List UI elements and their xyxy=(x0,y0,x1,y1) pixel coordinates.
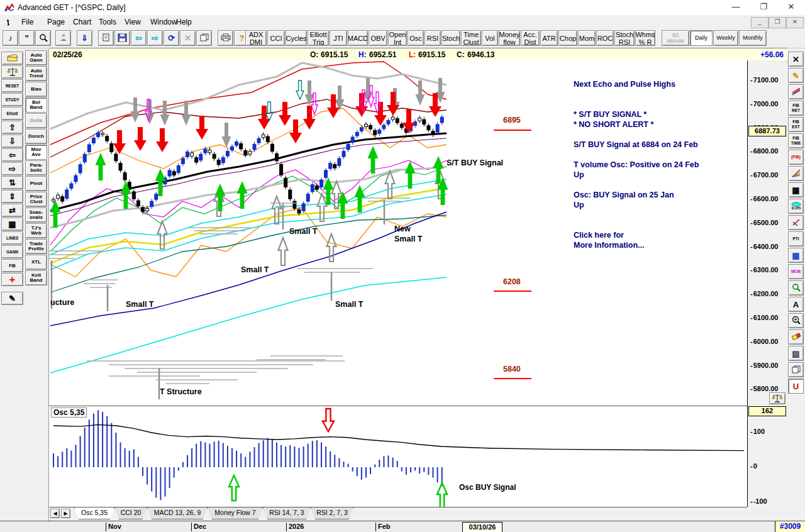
reset-button[interactable]: RESET xyxy=(1,79,23,92)
scroll-left-button[interactable]: ⇦ xyxy=(1,148,23,162)
indicator-stoch[interactable]: Stoch xyxy=(441,30,460,46)
study-button[interactable]: STUDY xyxy=(1,93,23,106)
fib-circle-button[interactable]: (FIB) xyxy=(788,150,804,165)
menu-tools[interactable]: Tools xyxy=(96,17,119,27)
child-minimize-button[interactable]: _ xyxy=(751,17,769,28)
indicator-whms-r[interactable]: Whms % R xyxy=(635,30,655,46)
indicator-cci[interactable]: CCI xyxy=(267,30,285,46)
child-restore-button[interactable]: ❐ xyxy=(769,17,786,28)
delete-drawing-button[interactable]: ✕ xyxy=(788,52,804,67)
more-information-link[interactable]: Click here for xyxy=(574,231,624,240)
study-bol-band[interactable]: Bol Band xyxy=(25,97,47,113)
axis-scales-button[interactable] xyxy=(769,392,786,404)
grid-tool-button[interactable]: ▦ xyxy=(788,182,804,197)
delete-page-icon[interactable]: ✕ xyxy=(180,30,196,46)
tab-scroll-left-button[interactable]: ◀ xyxy=(50,509,60,518)
pti-button[interactable]: PTI xyxy=(788,231,804,247)
indicator-time-clust[interactable]: Time Clust xyxy=(461,30,481,46)
tab-osc-5-35[interactable]: Osc 5,35 xyxy=(74,507,114,519)
study-trade-profile[interactable]: Trade Profile xyxy=(25,239,47,254)
text-tool-button[interactable]: A xyxy=(788,297,804,312)
indicator-rsi[interactable]: RSI xyxy=(425,30,441,46)
tab-macd-13-26-9[interactable]: MACD 13, 26, 9 xyxy=(147,507,208,519)
new-page-icon[interactable] xyxy=(98,30,114,46)
fib-button[interactable]: FIB xyxy=(1,259,23,272)
indicator-stoch-rsi[interactable]: Stoch RSI xyxy=(614,30,635,46)
gann-button[interactable]: GANN xyxy=(1,245,23,258)
expand-bars-button[interactable]: ⇕ xyxy=(1,190,23,203)
study-mov-ave[interactable]: Mov Ave xyxy=(25,145,47,160)
tab-rsi-2-7-3[interactable]: RSI 2, 7, 3 xyxy=(311,507,353,519)
elliott-button[interactable]: Elliott xyxy=(1,107,23,120)
scroll-down-button[interactable]: ⇩ xyxy=(1,135,23,148)
menu-file[interactable]: File xyxy=(19,17,36,27)
fib-extension-button[interactable]: FIB EXT xyxy=(788,117,804,132)
indicator-atr[interactable]: ATR xyxy=(540,30,558,46)
lines-button[interactable]: LINES xyxy=(1,231,23,245)
indicator-osc[interactable]: Osc xyxy=(408,30,424,46)
indicator-mom[interactable]: Mom xyxy=(578,30,596,46)
open-chart-button[interactable] xyxy=(1,52,23,65)
child-close-button[interactable]: ✕ xyxy=(786,17,804,28)
copy-page-icon[interactable] xyxy=(196,30,212,46)
timeframe-daily[interactable]: Daily xyxy=(690,30,713,46)
save-page-icon[interactable] xyxy=(114,30,130,46)
oscillator-panel[interactable]: Osc 5,35 Osc BUY Signal xyxy=(49,406,747,507)
price-chart[interactable]: Small TNewSmall TSmall TSmall TSmall TT … xyxy=(49,60,747,406)
restore-button[interactable]: ❐ xyxy=(750,0,777,15)
mob-button[interactable]: MOB xyxy=(788,264,804,279)
scroll-right-button[interactable]: ⇨ xyxy=(1,162,23,175)
study-tj-s-web[interactable]: TJ's Web xyxy=(25,223,47,238)
study-seas-onals[interactable]: Seas- onals xyxy=(25,208,47,223)
chart-window-icon[interactable]: ♪ xyxy=(3,30,18,46)
more-information-link[interactable]: More Information... xyxy=(574,241,645,250)
scroll-up-button[interactable]: ⇧ xyxy=(1,121,23,134)
price-axis[interactable]: 7100.007000.006900.006800.006700.006600.… xyxy=(747,60,787,406)
study-donch[interactable]: Donch xyxy=(25,129,47,144)
blue-grid-button[interactable]: ▦ xyxy=(788,248,804,263)
sort-descending-icon[interactable]: ⇓ xyxy=(77,30,92,46)
indicator-macd[interactable]: MACD xyxy=(348,30,368,46)
study-bias[interactable]: Bias xyxy=(25,82,47,97)
menu-help[interactable]: Help xyxy=(174,17,194,27)
study-auto-gann[interactable]: Auto Gann xyxy=(25,50,47,65)
align-bars-button[interactable]: ⇄ xyxy=(1,204,23,217)
contact-icon[interactable] xyxy=(55,30,71,46)
fib-time-button[interactable]: FIB TIME xyxy=(788,133,804,148)
copy-pages-button[interactable] xyxy=(788,362,804,377)
print-icon[interactable] xyxy=(218,30,233,46)
wave-arrows-button[interactable] xyxy=(788,215,804,230)
indicator-obv[interactable]: OBV xyxy=(369,30,387,46)
menu-view[interactable]: View xyxy=(122,17,143,27)
tab-rsi-14-7-3[interactable]: RSI 14, 7, 3 xyxy=(263,507,311,519)
indicator-jti[interactable]: JTI xyxy=(330,30,347,46)
zoom-in-button[interactable] xyxy=(788,313,804,328)
study-price-clust[interactable]: Price Clust xyxy=(25,192,47,207)
grid-button[interactable]: ▦ xyxy=(1,218,23,231)
indicator-open-int[interactable]: Open Int xyxy=(388,30,407,46)
eraser-button[interactable] xyxy=(788,330,804,345)
study-pivot[interactable]: Pivot xyxy=(25,176,47,191)
indicator-vol[interactable]: Vol xyxy=(482,30,498,46)
symbol-scales-button[interactable] xyxy=(1,65,23,79)
next-page-icon[interactable]: ⇨ xyxy=(147,30,163,46)
minimize-button[interactable]: — xyxy=(722,0,750,15)
timeframe-monthly[interactable]: Monthly xyxy=(739,30,767,46)
tab-money-flow-7[interactable]: Money Flow 7 xyxy=(208,507,263,519)
indicator-cycles[interactable]: Cycles xyxy=(286,30,307,46)
pencil-button[interactable]: ✎ xyxy=(788,68,804,83)
quotes-icon[interactable]: ” xyxy=(19,30,35,46)
study-xtl[interactable]: XTL xyxy=(25,255,47,270)
tab-scroll-right-button[interactable]: ▶ xyxy=(61,509,70,518)
compress-bars-button[interactable]: ⇅ xyxy=(1,176,23,189)
rotate-page-icon[interactable]: ⟳ xyxy=(164,30,179,46)
ellipse-button[interactable]: ELIPS xyxy=(788,199,804,214)
indicator-acc-dist[interactable]: Acc. Dist xyxy=(521,30,540,46)
study-auto-trend[interactable]: Auto Trend xyxy=(25,66,47,81)
zoom-window-icon[interactable] xyxy=(35,30,51,46)
study-zoom-button[interactable] xyxy=(788,280,804,296)
close-button[interactable]: ✕ xyxy=(777,0,805,15)
study-kelt-band[interactable]: Kelt Band xyxy=(25,270,47,285)
timeframe-weekly[interactable]: Weekly xyxy=(713,30,738,46)
study-para-bolic[interactable]: Para- bolic xyxy=(25,160,47,175)
